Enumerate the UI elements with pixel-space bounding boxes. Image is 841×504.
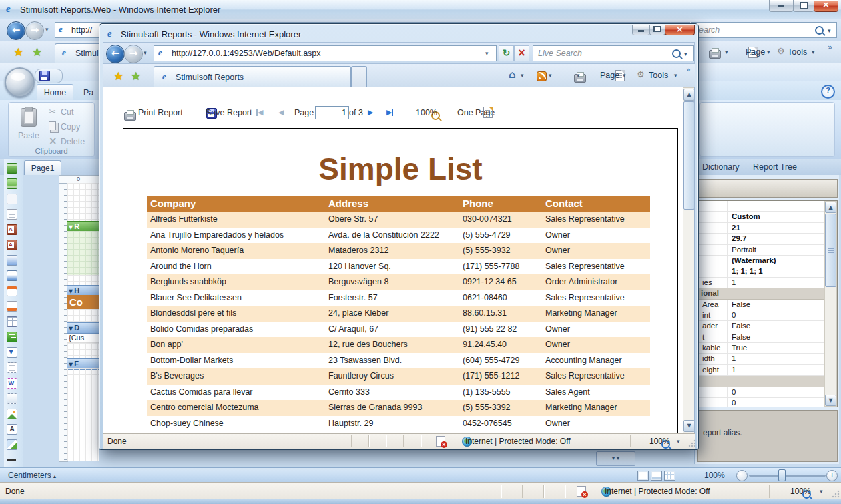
- property-value[interactable]: True: [732, 343, 747, 353]
- property-row[interactable]: 21: [698, 223, 825, 234]
- property-row[interactable]: 0: [698, 387, 825, 398]
- popup-search-dropdown[interactable]: ▾: [684, 51, 687, 57]
- popup-minimize-button[interactable]: [632, 25, 650, 35]
- favorites-star-icon[interactable]: ★: [13, 45, 23, 59]
- property-row[interactable]: (Watermark): [698, 256, 825, 266]
- toolbox-item-blue-panel-1[interactable]: [4, 252, 19, 268]
- popup-nav-dropdown[interactable]: ▾: [144, 49, 147, 56]
- property-value[interactable]: (Watermark): [732, 256, 776, 266]
- gear-icon[interactable]: ⚙: [777, 46, 785, 56]
- property-value[interactable]: 1; 1; 1; 1: [732, 266, 763, 276]
- page1-tab[interactable]: Page1: [24, 160, 61, 176]
- print-icon[interactable]: [709, 50, 721, 59]
- copy-icon[interactable]: [49, 121, 56, 130]
- print-report-icon[interactable]: [124, 112, 136, 121]
- property-row[interactable]: [698, 201, 825, 212]
- property-row[interactable]: 29.7: [698, 234, 825, 244]
- rss-dropdown[interactable]: ▾: [549, 72, 552, 79]
- property-value[interactable]: 0: [732, 398, 736, 407]
- property-row[interactable]: 1; 1; 1; 1: [698, 266, 825, 277]
- viewer-zoom-value[interactable]: 100%: [416, 108, 437, 117]
- one-page-button[interactable]: One Page: [457, 108, 495, 117]
- page-number-input[interactable]: [315, 106, 349, 119]
- company-header-cell[interactable]: Co: [67, 295, 99, 309]
- tools-menu-dropdown[interactable]: ▾: [812, 49, 815, 55]
- zoom-in-button[interactable]: +: [826, 470, 838, 481]
- toolbox-item-green-band-1[interactable]: [4, 160, 19, 176]
- scroll-up-button[interactable]: ▲: [825, 202, 836, 213]
- toolbox-item-green-band-2[interactable]: [4, 176, 19, 191]
- home-dropdown[interactable]: ▾: [521, 72, 524, 79]
- toolbox-item-picture[interactable]: [4, 406, 19, 421]
- favorites-star-icon[interactable]: ★: [113, 69, 123, 83]
- band-collapse-icon[interactable]: ▼: [69, 326, 73, 332]
- copy-button[interactable]: Copy: [61, 122, 80, 132]
- outer-zoom-dropdown[interactable]: ▾: [820, 488, 823, 495]
- property-row[interactable]: aderFalse: [698, 321, 825, 332]
- toolbox-item-orange-bottom-panel[interactable]: [4, 298, 19, 314]
- zoom-out-button[interactable]: −: [736, 470, 748, 481]
- gear-icon[interactable]: ⚙: [637, 69, 645, 79]
- search-icon[interactable]: [672, 49, 681, 58]
- outer-close-button[interactable]: ×: [814, 0, 838, 12]
- page-menu-dropdown[interactable]: ▾: [767, 49, 770, 55]
- application-orb-button[interactable]: [5, 67, 35, 97]
- scroll-up-button[interactable]: ▲: [683, 89, 695, 101]
- overflow-chevron-icon[interactable]: »: [686, 65, 691, 74]
- panel-collapsed-header[interactable]: [697, 179, 838, 198]
- property-row[interactable]: 0: [698, 398, 825, 407]
- property-row[interactable]: idth1: [698, 354, 825, 364]
- outer-maximize-button[interactable]: [793, 0, 814, 12]
- report-title-band-area[interactable]: [67, 231, 99, 275]
- toolbox-item-word-w[interactable]: [4, 375, 19, 391]
- print-dropdown[interactable]: ▾: [725, 49, 728, 55]
- outer-nav-dropdown[interactable]: ▾: [45, 26, 49, 33]
- property-value[interactable]: Portrait: [732, 245, 756, 255]
- outer-search-dropdown[interactable]: ▾: [828, 27, 831, 34]
- toolbox-item-combo-arrow[interactable]: [4, 344, 19, 360]
- property-category-row[interactable]: [698, 376, 825, 387]
- page-menu-dropdown[interactable]: ▾: [623, 72, 626, 79]
- resize-grip[interactable]: [832, 490, 840, 498]
- toolbox-item-line-divider[interactable]: [4, 452, 19, 467]
- popup-back-button[interactable]: ←: [106, 45, 125, 63]
- data-expression-cell[interactable]: {Cus: [67, 332, 99, 343]
- dictionary-tab[interactable]: Dictionary: [702, 162, 740, 172]
- scroll-down-button[interactable]: ▼: [683, 420, 695, 432]
- toolbox-item-dashed-panel[interactable]: [4, 391, 19, 406]
- outer-tools-menu[interactable]: Tools: [788, 47, 807, 57]
- toolbox-item-dashed-text[interactable]: [4, 360, 19, 375]
- property-value[interactable]: False: [732, 332, 750, 342]
- delete-button[interactable]: Delete: [61, 137, 85, 146]
- toolbox-item-label-a[interactable]: [4, 421, 19, 437]
- ribbon-tab-page[interactable]: Pa: [83, 88, 93, 97]
- property-row[interactable]: AreaFalse: [698, 300, 825, 310]
- search-icon[interactable]: [815, 26, 824, 35]
- print-dropdown[interactable]: ▾: [577, 72, 580, 79]
- tools-menu-dropdown[interactable]: ▾: [674, 72, 677, 79]
- property-value[interactable]: Custom: [732, 212, 760, 222]
- ribbon-tab-home[interactable]: Home: [37, 84, 73, 101]
- toolbox-item-grid-table[interactable]: [4, 314, 19, 329]
- toolbox-item-red-label-1[interactable]: [4, 222, 19, 237]
- outer-zoom-value[interactable]: 100%: [790, 487, 811, 496]
- popup-close-button[interactable]: ×: [665, 25, 695, 35]
- property-value[interactable]: 0: [732, 387, 736, 397]
- property-row[interactable]: eight1: [698, 365, 825, 376]
- outer-forward-button[interactable]: →: [25, 21, 44, 40]
- toolbox-item-shape-triangle[interactable]: [4, 437, 19, 452]
- property-value[interactable]: False: [732, 300, 750, 310]
- popup-address-field[interactable]: e http://127.0.0.1:49253/Web/Default.asp…: [154, 45, 497, 61]
- designer-canvas-page[interactable]: ▼R ▼H Co ▼D {Cus ▼F: [67, 183, 99, 461]
- resize-grip[interactable]: [688, 439, 696, 447]
- first-page-button[interactable]: ◀: [256, 108, 263, 117]
- toolbox-item-blue-panel-2[interactable]: [4, 268, 19, 283]
- overflow-chevron-icon[interactable]: »: [828, 43, 832, 52]
- property-row[interactable]: kableTrue: [698, 343, 825, 354]
- view-mode-layout-icon[interactable]: [651, 471, 662, 481]
- cut-button[interactable]: Cut: [61, 107, 73, 117]
- popup-window[interactable]: e Stimulsoft Reports - Windows Internet …: [99, 23, 699, 450]
- new-tab-stub[interactable]: [351, 66, 367, 88]
- cut-icon[interactable]: ✂: [49, 107, 56, 117]
- property-value[interactable]: 29.7: [732, 234, 746, 244]
